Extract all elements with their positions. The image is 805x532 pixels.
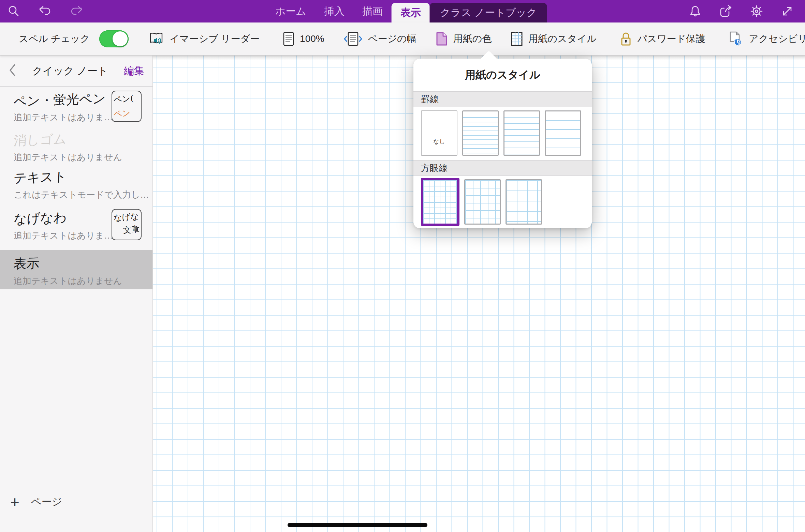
popover-title: 用紙のスタイル <box>413 59 592 91</box>
section-grid-lines: 方眼線 <box>413 160 592 176</box>
top-app-bar: ホーム 挿入 描画 表示 クラス ノートブック <box>0 0 805 22</box>
back-chevron-icon[interactable] <box>8 63 16 78</box>
plus-icon: + <box>10 495 19 509</box>
page-item-view-selected[interactable]: 表示 追加テキストはありません <box>0 250 152 289</box>
notifications-bell-icon[interactable] <box>688 4 703 19</box>
page-subtitle: 追加テキストはありません <box>14 275 152 287</box>
share-icon[interactable] <box>718 4 733 19</box>
page-title: なげなわ <box>13 209 67 228</box>
paper-style-grid-icon <box>511 31 523 46</box>
redo-icon[interactable] <box>69 4 84 19</box>
paper-style-grid-medium-swatch[interactable] <box>464 179 501 225</box>
section-ruled-lines: 罫線 <box>413 91 592 107</box>
paper-color-button[interactable]: 用紙の色 <box>436 31 492 46</box>
immersive-reader-button[interactable]: イマーシブ リーダー <box>148 32 260 46</box>
page-width-label: ページの幅 <box>368 32 416 45</box>
add-page-label: ページ <box>31 495 62 509</box>
sidebar-header: クイック ノート 編集 <box>0 56 152 87</box>
page-item-text[interactable]: テキスト これはテキストモードで入力し… <box>0 164 152 205</box>
page-subtitle: これはテキストモードで入力し… <box>14 189 152 201</box>
paper-style-label: 用紙のスタイル <box>528 32 596 45</box>
grid-swatch-row <box>413 176 592 228</box>
paper-style-ruled-wide-swatch[interactable] <box>545 110 581 156</box>
password-protect-button[interactable]: パスワード保護 <box>620 31 705 46</box>
section-title: クイック ノート <box>16 64 124 78</box>
zoom-level-label: 100% <box>300 33 324 44</box>
spell-check-toggle[interactable] <box>99 30 129 47</box>
paper-style-none-swatch[interactable]: なし <box>421 110 457 156</box>
tab-class-notebook[interactable]: クラス ノートブック <box>430 3 547 22</box>
accessibility-check-label: アクセシビリティ チェック <box>749 32 805 45</box>
paper-style-grid-large-swatch[interactable] <box>506 179 542 225</box>
lock-icon <box>620 31 632 46</box>
paper-style-popover: 用紙のスタイル 罫線 なし 方眼線 <box>413 59 592 228</box>
page-thumbnail: ペン( ペン <box>112 91 142 122</box>
page-width-icon <box>343 31 363 46</box>
page-title: テキスト <box>13 168 67 187</box>
paper-color-icon <box>436 31 448 46</box>
page-width-button[interactable]: ページの幅 <box>343 31 416 46</box>
page-item-lasso[interactable]: なげなわ 追加テキストはありま… なげな 文章 <box>0 205 152 250</box>
page-list-sidebar: クイック ノート 編集 ペン・蛍光ペン 追加テキストはありま… ペン( ペン 消… <box>0 56 153 532</box>
toggle-knob <box>113 31 128 46</box>
spell-check-label: スペル チェック <box>19 32 90 45</box>
page-item-pen[interactable]: ペン・蛍光ペン 追加テキストはありま… ペン( ペン <box>0 87 152 126</box>
zoom-button[interactable]: 100% <box>283 31 324 46</box>
page-thumbnail: なげな 文章 <box>112 209 142 240</box>
paper-style-ruled-narrow-swatch[interactable] <box>462 110 499 156</box>
page-subtitle: 追加テキストはありません <box>14 151 152 163</box>
tab-insert[interactable]: 挿入 <box>315 0 353 22</box>
undo-icon[interactable] <box>38 4 53 19</box>
page-title: ペン・蛍光ペン <box>13 90 106 110</box>
paper-color-label: 用紙の色 <box>453 32 492 45</box>
accessibility-check-button[interactable]: アクセシビリティ チェック <box>728 31 805 47</box>
fullscreen-expand-icon[interactable] <box>780 4 795 19</box>
immersive-reader-icon <box>148 32 164 46</box>
page-title: 表示 <box>13 255 40 273</box>
tab-draw[interactable]: 描画 <box>353 0 392 22</box>
paper-style-grid-small-swatch-selected[interactable] <box>421 178 459 226</box>
add-page-button[interactable]: + ページ <box>0 485 152 509</box>
tab-view[interactable]: 表示 <box>392 3 430 22</box>
tab-home[interactable]: ホーム <box>266 0 315 22</box>
settings-gear-icon[interactable] <box>749 4 764 19</box>
edit-button[interactable]: 編集 <box>124 64 144 78</box>
home-indicator-bar[interactable] <box>288 523 427 527</box>
accessibility-check-icon <box>728 31 743 47</box>
ribbon-tabs: ホーム 挿入 描画 表示 クラス ノートブック <box>266 0 547 22</box>
password-protect-label: パスワード保護 <box>638 32 705 45</box>
page-item-eraser[interactable]: 消しゴム 追加テキストはありません <box>0 126 152 164</box>
spell-check-group: スペル チェック <box>19 30 129 47</box>
sidebar-footer: + ページ <box>0 485 152 532</box>
ruled-swatch-row: なし <box>413 107 592 160</box>
view-ribbon: スペル チェック イマーシブ リーダー 100% ページの幅 用紙の色 用紙のス… <box>0 22 805 56</box>
paper-style-ruled-medium-swatch[interactable] <box>503 110 540 156</box>
page-title: 消しゴム <box>13 130 67 149</box>
immersive-reader-label: イマーシブ リーダー <box>170 32 260 45</box>
zoom-document-icon <box>283 31 294 46</box>
search-icon[interactable] <box>6 4 21 19</box>
paper-style-button[interactable]: 用紙のスタイル <box>511 31 596 46</box>
